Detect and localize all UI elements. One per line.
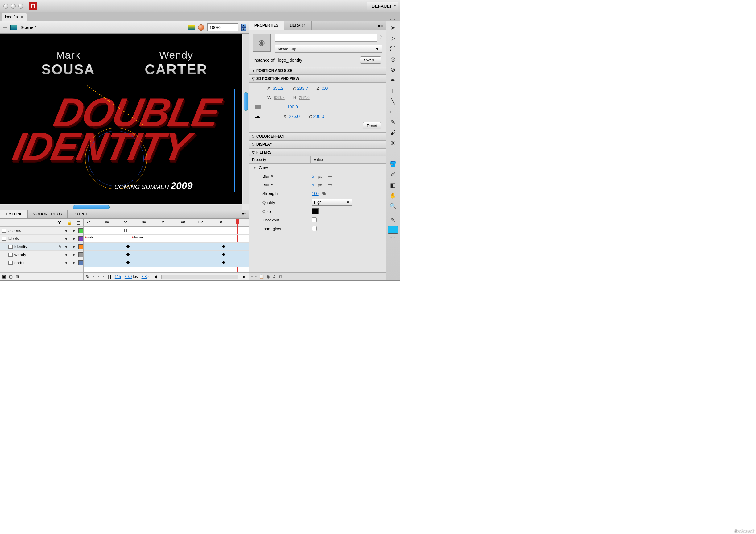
link-icon[interactable]: ⇋ (328, 174, 332, 179)
clipboard-icon[interactable]: 📋 (259, 274, 264, 279)
hand-tool-icon[interactable]: ✋ (388, 191, 398, 200)
stage-canvas[interactable]: Mark SOUSA Wendy CARTER DOUBLE IDENTITY (0, 34, 242, 204)
edit-symbol-icon[interactable] (198, 24, 204, 31)
3d-y-value[interactable]: 283.7 (297, 86, 308, 91)
rectangle-tool-icon[interactable]: ▭ (388, 107, 398, 116)
new-folder-icon[interactable]: ▢ (9, 274, 13, 279)
section-filters[interactable]: FILTERS (249, 148, 386, 156)
layer-color-swatch[interactable] (78, 228, 83, 233)
3d-rotate-gizmo-inner[interactable] (88, 131, 144, 186)
subselection-tool-icon[interactable]: ▷ (388, 34, 398, 43)
lasso-tool-icon[interactable]: ⊘ (388, 65, 398, 74)
back-arrow-icon[interactable]: ⬅ (3, 24, 7, 31)
stage-hscroll-thumb[interactable] (73, 205, 110, 209)
panel-menu-icon[interactable]: ▾≡ (375, 21, 386, 30)
3d-rotation-tool-icon[interactable]: ◎ (388, 55, 398, 64)
line-tool-icon[interactable]: ╲ (388, 96, 398, 106)
layer-carter[interactable]: carter (0, 259, 83, 267)
section-3d-position[interactable]: 3D POSITION AND VIEW (249, 75, 386, 83)
frames-row-actions[interactable] (84, 227, 249, 235)
center-frame-icon[interactable]: [·] (108, 275, 111, 279)
tab-output[interactable]: OUTPUT (68, 210, 93, 218)
keyframe-icon[interactable] (126, 253, 129, 256)
document-tab[interactable]: logo.fla ✕ (2, 13, 27, 21)
section-display[interactable]: DISPLAY (249, 140, 386, 148)
blank-keyframe[interactable] (124, 228, 127, 232)
scroll-right-icon[interactable]: ▶ (242, 275, 246, 279)
vpy-value[interactable]: 200.0 (313, 114, 324, 119)
playhead-handle[interactable] (236, 219, 239, 224)
outline-icon[interactable]: ◻ (76, 220, 80, 226)
layer-color-swatch[interactable] (78, 260, 83, 265)
snap-tool-icon[interactable]: ⌒ (388, 235, 398, 244)
section-position-size[interactable]: POSITION AND SIZE (249, 67, 386, 75)
layer-actions[interactable]: actions (0, 227, 83, 235)
inner-glow-checkbox[interactable] (312, 226, 317, 231)
edit-scene-icon[interactable] (188, 25, 195, 30)
popout-icon[interactable]: ⤴ (379, 35, 382, 40)
keyframe-icon[interactable] (126, 245, 129, 248)
stage-hscrollbar[interactable] (0, 204, 242, 210)
fps-value[interactable]: 30.0 (124, 275, 132, 279)
zoom-tool-icon[interactable]: 🔍 (388, 201, 398, 211)
selection-tool-icon[interactable]: ➤ (388, 23, 398, 32)
elapsed-time[interactable]: 3.8 (142, 275, 147, 279)
keyframe-icon[interactable] (222, 253, 225, 256)
layer-color-swatch[interactable] (78, 236, 83, 241)
frame-ruler[interactable]: 75 80 85 90 95 100 105 110 1 (84, 219, 249, 227)
reset-filter-icon[interactable]: ↺ (272, 274, 276, 279)
stroke-color-icon[interactable]: ✎ (388, 216, 398, 225)
section-color-effect[interactable]: COLOR EFFECT (249, 132, 386, 140)
workspace-dropdown[interactable]: DEFAULT (367, 2, 398, 10)
lock-icon[interactable]: 🔒 (66, 220, 72, 226)
layer-color-swatch[interactable] (78, 252, 83, 257)
new-layer-icon[interactable]: ▣ (2, 274, 6, 279)
delete-layer-icon[interactable]: 🗑 (16, 274, 20, 279)
free-transform-tool-icon[interactable]: ⛶ (388, 44, 398, 53)
onion-outlines-icon[interactable]: ▫ (98, 275, 99, 279)
eyedropper-tool-icon[interactable]: ✐ (388, 170, 398, 179)
text-tool-icon[interactable]: T (388, 86, 398, 95)
paint-bucket-tool-icon[interactable]: 🪣 (388, 159, 398, 169)
deco-tool-icon[interactable]: ❋ (388, 139, 398, 148)
pen-tool-icon[interactable]: ✒ (388, 76, 398, 85)
frame-label-home[interactable]: home (132, 235, 143, 239)
frames-row-identity[interactable] (84, 243, 249, 251)
loop-icon[interactable]: ↻ (86, 275, 89, 279)
stage-area[interactable]: Mark SOUSA Wendy CARTER DOUBLE IDENTITY (0, 34, 249, 210)
tab-scroll-arrows[interactable]: ▸▸ (388, 17, 400, 21)
layer-labels[interactable]: labels (0, 235, 83, 243)
instance-type-dropdown[interactable]: Movie Clip▼ (275, 45, 382, 53)
quality-dropdown[interactable]: High▼ (312, 199, 352, 206)
stage-vscroll-thumb[interactable] (244, 92, 248, 111)
brush-tool-icon[interactable]: 🖌 (388, 128, 398, 137)
perspective-value[interactable]: 100.9 (287, 104, 298, 109)
onion-skin-icon[interactable]: ▫ (93, 275, 94, 279)
frames-row-carter[interactable] (84, 259, 249, 267)
frame-label-sub[interactable]: sub (85, 235, 93, 239)
frames-row-labels[interactable]: sub home (84, 235, 249, 243)
minimize-icon[interactable] (11, 4, 16, 9)
layer-color-swatch[interactable] (78, 244, 83, 249)
bone-tool-icon[interactable]: ⟂ (388, 149, 398, 158)
keyframe-icon[interactable] (126, 261, 129, 264)
delete-filter-icon[interactable]: 🗑 (278, 274, 282, 279)
tab-motion-editor[interactable]: MOTION EDITOR (28, 210, 68, 218)
add-filter-icon[interactable]: ▫ (251, 274, 253, 279)
frame-hscrollbar[interactable] (161, 275, 238, 279)
pencil-tool-icon[interactable]: ✎ (388, 118, 398, 127)
zoom-input[interactable] (207, 23, 238, 32)
presets-icon[interactable]: ▫ (256, 274, 257, 279)
zoom-icon[interactable] (18, 4, 23, 9)
instance-name-input[interactable] (275, 34, 377, 41)
timeline-menu-icon[interactable]: ▾≡ (240, 210, 249, 218)
3d-z-value[interactable]: 0.0 (322, 86, 328, 91)
close-icon[interactable] (3, 4, 8, 9)
tab-library[interactable]: LIBRARY (284, 21, 311, 30)
layer-identity[interactable]: identity✎ (0, 243, 83, 251)
eraser-tool-icon[interactable]: ◧ (388, 180, 398, 190)
frames-area[interactable]: 75 80 85 90 95 100 105 110 1 sub hom (84, 219, 249, 280)
filter-glow-group[interactable]: Glow (249, 164, 386, 172)
tab-properties[interactable]: PROPERTIES (249, 21, 284, 30)
layer-wendy[interactable]: wendy (0, 251, 83, 259)
